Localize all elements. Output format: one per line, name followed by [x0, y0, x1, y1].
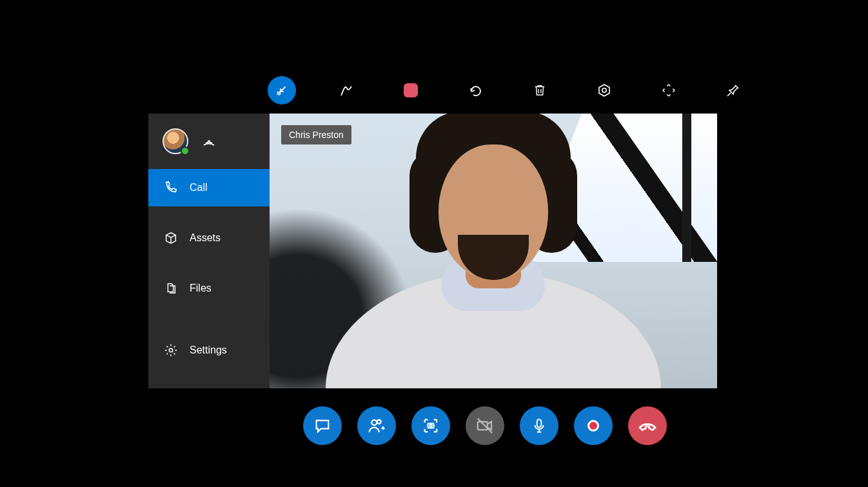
sidebar-item-label: Call	[190, 182, 208, 194]
sidebar-item-label: Files	[190, 283, 212, 294]
signal-icon	[201, 134, 217, 149]
hex-gear-icon	[597, 83, 612, 98]
tool-pin[interactable]	[719, 76, 747, 104]
svg-point-0	[277, 92, 280, 95]
phone-icon	[164, 181, 178, 195]
hangup-icon	[637, 415, 658, 436]
sidebar-item-label: Assets	[190, 232, 221, 244]
camera-frame-icon	[422, 417, 440, 435]
tool-settings-hex[interactable]	[590, 76, 618, 104]
user-avatar[interactable]	[163, 128, 188, 154]
sidebar-item-label: Settings	[190, 344, 227, 356]
app-window: Call Assets	[148, 114, 717, 388]
svg-point-7	[429, 424, 432, 427]
trash-icon	[533, 83, 547, 97]
end-call-button[interactable]	[628, 406, 667, 445]
chat-button[interactable]	[303, 406, 342, 445]
svg-point-3	[169, 348, 173, 352]
ink-pen-icon	[339, 83, 354, 98]
participant-name: Chris Preston	[289, 130, 344, 140]
undo-icon	[468, 83, 483, 98]
microphone-icon	[531, 417, 547, 434]
add-person-icon	[367, 416, 386, 435]
sidebar-item-assets[interactable]: Assets	[148, 219, 270, 257]
video-off-icon	[475, 416, 495, 435]
pin-icon	[725, 83, 741, 98]
red-square-icon	[404, 83, 418, 97]
svg-rect-9	[537, 419, 542, 427]
svg-point-4	[371, 420, 377, 425]
top-toolbar	[268, 76, 747, 104]
arrow-collapse-icon	[275, 83, 289, 97]
svg-point-5	[377, 420, 381, 424]
sidebar-header	[148, 114, 270, 169]
mic-toggle-button[interactable]	[520, 406, 558, 445]
participant-name-chip: Chris Preston	[281, 125, 351, 144]
svg-point-2	[602, 88, 606, 92]
video-toggle-button[interactable]	[466, 406, 504, 445]
tool-move-arrows[interactable]	[655, 76, 683, 104]
tool-trash[interactable]	[526, 76, 554, 104]
tool-red-shape[interactable]	[397, 76, 425, 104]
tool-ink-pen[interactable]	[332, 76, 360, 104]
call-controls	[303, 406, 667, 445]
package-icon	[164, 231, 178, 245]
presence-indicator	[181, 146, 190, 155]
sidebar-item-files[interactable]: Files	[148, 270, 270, 307]
files-icon	[164, 281, 178, 295]
background-beam	[682, 114, 691, 262]
tool-arrow-collapse[interactable]	[268, 76, 296, 104]
sidebar-item-settings[interactable]: Settings	[148, 332, 270, 369]
screenshot-button[interactable]	[411, 406, 450, 445]
sidebar: Call Assets	[148, 114, 270, 388]
record-button[interactable]	[574, 406, 613, 445]
participant-figure	[326, 143, 661, 388]
sidebar-nav: Call Assets	[148, 169, 270, 369]
video-feed: Chris Preston	[270, 114, 717, 388]
svg-marker-1	[599, 84, 609, 96]
sidebar-item-call[interactable]: Call	[148, 169, 270, 206]
add-people-button[interactable]	[357, 406, 396, 445]
chat-icon	[313, 417, 331, 435]
gear-icon	[164, 343, 178, 357]
tool-undo[interactable]	[461, 76, 489, 104]
record-icon	[587, 420, 599, 432]
move-arrows-icon	[661, 83, 676, 98]
